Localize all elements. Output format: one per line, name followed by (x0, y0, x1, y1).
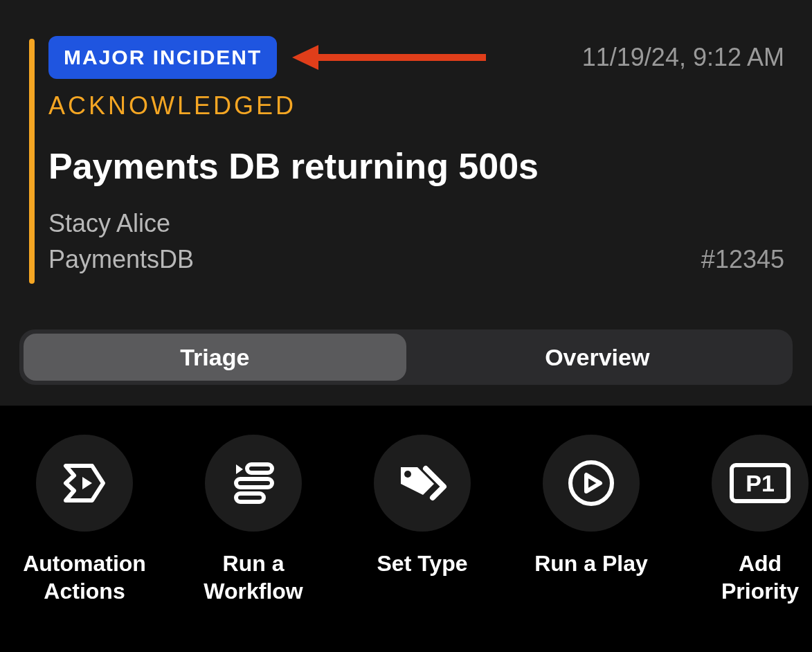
action-run-play[interactable]: Run a Play (507, 435, 676, 577)
incident-timestamp: 11/19/24, 9:12 AM (582, 43, 784, 72)
incident-service: PaymentsDB (48, 245, 194, 274)
run-workflow-icon (205, 435, 302, 532)
action-automation-actions[interactable]: Automation Actions (0, 435, 169, 605)
action-label: Add Priority (721, 550, 799, 605)
accent-bar (29, 39, 35, 284)
svg-marker-1 (292, 45, 318, 70)
svg-point-7 (404, 471, 411, 478)
svg-marker-3 (236, 464, 243, 474)
incident-header: MAJOR INCIDENT 11/19/24, 9:12 AM ACKNOWL… (0, 0, 812, 288)
svg-marker-2 (82, 477, 92, 489)
action-label: Set Type (377, 550, 468, 577)
annotation-arrow-icon (292, 41, 486, 74)
svg-rect-6 (236, 493, 264, 502)
action-add-priority[interactable]: P1 Add Priority (676, 435, 812, 605)
svg-text:P1: P1 (746, 470, 775, 496)
incident-number: #12345 (701, 245, 784, 274)
svg-rect-5 (236, 479, 272, 487)
action-label: Run a Play (534, 550, 648, 577)
incident-assignee: Stacy Alice (48, 209, 784, 238)
action-label: Run a Workflow (204, 550, 303, 605)
set-type-icon (374, 435, 471, 532)
action-set-type[interactable]: Set Type (338, 435, 507, 577)
segmented-tabs: Triage Overview (19, 329, 793, 385)
automation-actions-icon (36, 435, 133, 532)
incident-status: ACKNOWLEDGED (48, 91, 784, 120)
tab-overview[interactable]: Overview (406, 334, 789, 381)
actions-strip: Automation Actions Run a Workflow Set Ty… (0, 406, 812, 605)
svg-point-8 (570, 462, 612, 504)
add-priority-icon: P1 (712, 435, 809, 532)
major-incident-badge: MAJOR INCIDENT (48, 36, 277, 79)
svg-marker-9 (586, 475, 600, 491)
action-run-workflow[interactable]: Run a Workflow (169, 435, 338, 605)
run-play-icon (543, 435, 640, 532)
incident-title: Payments DB returning 500s (48, 145, 784, 187)
tab-triage[interactable]: Triage (24, 334, 406, 381)
action-label: Automation Actions (23, 550, 146, 605)
svg-rect-4 (247, 464, 272, 473)
